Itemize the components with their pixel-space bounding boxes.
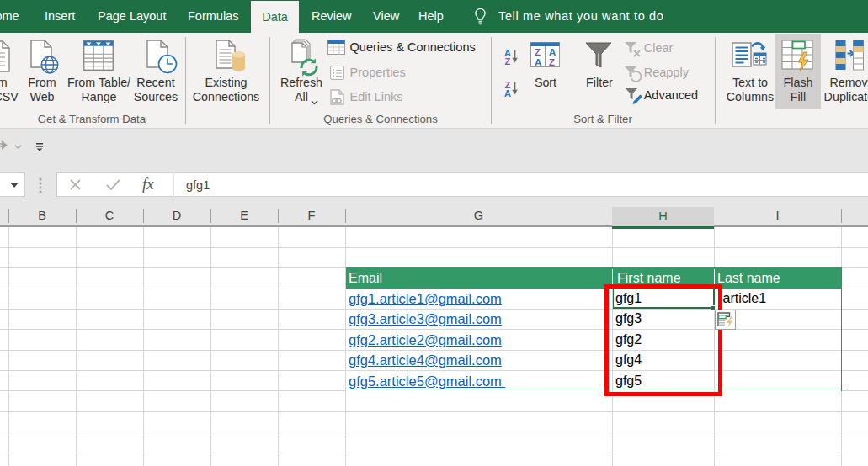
svg-text:Z: Z [535,47,541,57]
svg-text:Z: Z [549,56,555,66]
svg-text:A: A [535,56,541,66]
svg-text:Z: Z [505,56,511,66]
svg-text:A: A [504,88,511,98]
svg-text:A: A [549,47,556,57]
